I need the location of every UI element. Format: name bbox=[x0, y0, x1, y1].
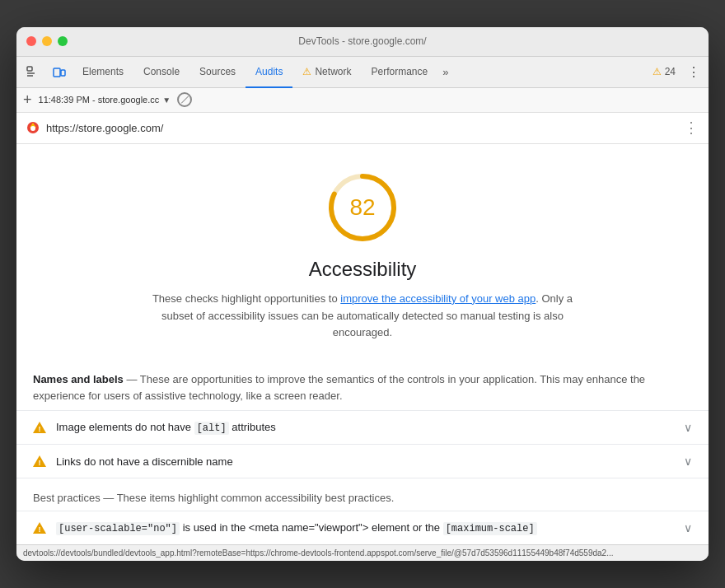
audit-item-link-name[interactable]: ! Links do not have a discernible name ∨ bbox=[16, 444, 709, 478]
best-practices-section-header: Best practices — These items highlight c… bbox=[16, 478, 709, 511]
main-content: 82 Accessibility These checks highlight … bbox=[16, 144, 709, 544]
score-section: 82 Accessibility These checks highlight … bbox=[16, 144, 709, 358]
svg-point-6 bbox=[30, 126, 35, 131]
minimize-button[interactable] bbox=[42, 36, 52, 46]
warning-icon: ! bbox=[33, 521, 46, 534]
tab-network[interactable]: ⚠ Network bbox=[292, 57, 361, 88]
devtools-menu-button[interactable]: ⋮ bbox=[682, 57, 705, 87]
tab-sources[interactable]: Sources bbox=[189, 57, 246, 88]
issues-badge: ⚠ 24 bbox=[646, 57, 682, 87]
current-url: https://store.google.com/ bbox=[46, 122, 684, 134]
title-bar: DevTools - store.google.com/ bbox=[16, 27, 709, 57]
code-alt: [alt] bbox=[194, 422, 229, 435]
svg-rect-0 bbox=[27, 67, 32, 71]
close-button[interactable] bbox=[26, 36, 36, 46]
favicon bbox=[26, 121, 40, 134]
url-dropdown-icon: ▼ bbox=[162, 96, 171, 105]
block-icon[interactable] bbox=[177, 92, 192, 107]
audit-item-text: Links do not have a discernible name bbox=[56, 455, 684, 468]
tab-performance[interactable]: Performance bbox=[361, 57, 437, 88]
tab-elements[interactable]: Elements bbox=[72, 57, 133, 88]
devtools-toolbar: + 11:48:39 PM - store.google.cc ▼ bbox=[16, 88, 709, 113]
svg-text:!: ! bbox=[39, 425, 41, 433]
tab-audits[interactable]: Audits bbox=[246, 57, 292, 88]
audit-item-text: [user-scalable="no"] is used in the <met… bbox=[56, 521, 684, 534]
svg-text:!: ! bbox=[39, 459, 41, 467]
audit-item-image-alt[interactable]: ! Image elements do not have [alt] attri… bbox=[16, 410, 709, 444]
code-max-scale: [maximum-scale] bbox=[443, 522, 537, 535]
add-tab-button[interactable]: + bbox=[23, 92, 32, 107]
svg-rect-3 bbox=[54, 68, 60, 77]
audit-item-text: Image elements do not have [alt] attribu… bbox=[56, 421, 684, 434]
devtools-tab-bar: Elements Console Sources Audits ⚠ Networ… bbox=[16, 57, 709, 88]
window-title: DevTools - store.google.com/ bbox=[298, 35, 426, 47]
score-description: These checks highlight opportunities to … bbox=[148, 291, 577, 342]
audit-url-selector[interactable]: 11:48:39 PM - store.google.cc ▼ bbox=[39, 95, 171, 105]
bottom-bar: devtools://devtools/bundled/devtools_app… bbox=[16, 544, 709, 561]
score-circle: 82 bbox=[325, 170, 400, 245]
network-warning-icon: ⚠ bbox=[302, 66, 311, 77]
url-bar: https://store.google.com/ ⋮ bbox=[16, 113, 709, 144]
warning-icon: ! bbox=[33, 421, 46, 434]
warning-icon: ! bbox=[33, 455, 46, 468]
expand-icon: ∨ bbox=[684, 421, 692, 434]
device-toolbar-icon[interactable] bbox=[46, 57, 72, 88]
status-url: devtools://devtools/bundled/devtools_app… bbox=[23, 548, 613, 558]
inspect-icon[interactable] bbox=[20, 57, 46, 88]
score-value: 82 bbox=[349, 194, 375, 221]
expand-icon: ∨ bbox=[684, 521, 692, 534]
more-tabs-button[interactable]: » bbox=[437, 57, 453, 87]
svg-text:!: ! bbox=[39, 525, 41, 534]
svg-rect-4 bbox=[61, 70, 65, 76]
devtools-window: DevTools - store.google.com/ Elements Co… bbox=[16, 27, 709, 561]
traffic-lights bbox=[26, 36, 68, 46]
maximize-button[interactable] bbox=[58, 36, 68, 46]
accessibility-link[interactable]: improve the accessibility of your web ap… bbox=[340, 292, 536, 305]
issues-warning-icon: ⚠ bbox=[652, 66, 662, 77]
expand-icon: ∨ bbox=[684, 455, 692, 468]
code-user-scalable: [user-scalable="no"] bbox=[56, 522, 180, 535]
names-labels-section-header: Names and labels — These are opportuniti… bbox=[16, 358, 709, 410]
audit-item-user-scalable[interactable]: ! [user-scalable="no"] is used in the <m… bbox=[16, 511, 709, 544]
url-more-button[interactable]: ⋮ bbox=[684, 119, 699, 137]
tab-console[interactable]: Console bbox=[133, 57, 189, 88]
score-title: Accessibility bbox=[309, 258, 417, 281]
